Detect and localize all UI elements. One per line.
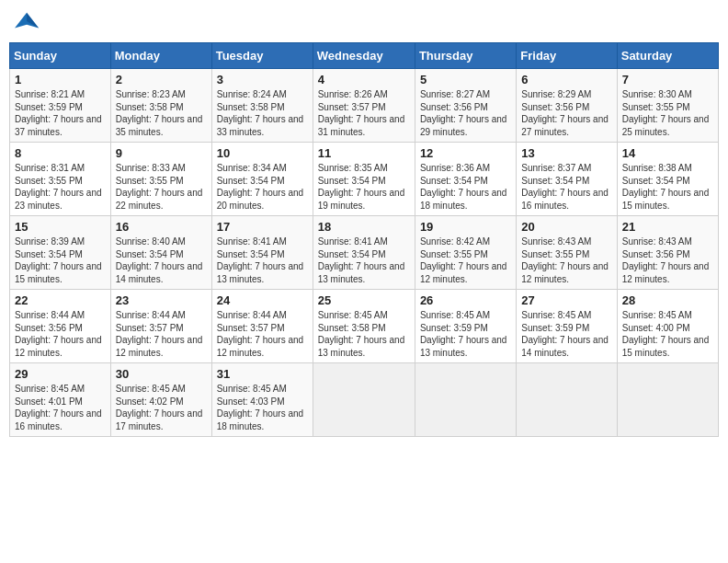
day-number: 24 <box>217 293 308 307</box>
day-info: Sunrise: 8:45 AM Sunset: 4:01 PM Dayligh… <box>15 383 106 432</box>
day-number: 1 <box>15 73 106 86</box>
calendar-cell: 4Sunrise: 8:26 AM Sunset: 3:57 PM Daylig… <box>313 69 415 143</box>
day-info: Sunrise: 8:44 AM Sunset: 3:56 PM Dayligh… <box>15 309 106 359</box>
day-number: 11 <box>318 146 410 160</box>
calendar-cell: 24Sunrise: 8:44 AM Sunset: 3:57 PM Dayli… <box>211 290 313 363</box>
day-number: 3 <box>217 73 308 86</box>
day-info: Sunrise: 8:41 AM Sunset: 3:54 PM Dayligh… <box>217 236 308 285</box>
calendar-cell: 17Sunrise: 8:41 AM Sunset: 3:54 PM Dayli… <box>211 216 313 290</box>
day-number: 23 <box>116 293 207 307</box>
calendar-week-row: 29Sunrise: 8:45 AM Sunset: 4:01 PM Dayli… <box>10 363 719 437</box>
day-info: Sunrise: 8:38 AM Sunset: 3:54 PM Dayligh… <box>622 162 713 212</box>
day-info: Sunrise: 8:24 AM Sunset: 3:58 PM Dayligh… <box>217 88 308 138</box>
calendar-cell: 19Sunrise: 8:42 AM Sunset: 3:55 PM Dayli… <box>415 216 516 290</box>
day-info: Sunrise: 8:45 AM Sunset: 3:59 PM Dayligh… <box>521 309 611 359</box>
day-number: 16 <box>116 220 207 234</box>
day-info: Sunrise: 8:31 AM Sunset: 3:55 PM Dayligh… <box>15 162 106 212</box>
calendar-cell: 30Sunrise: 8:45 AM Sunset: 4:02 PM Dayli… <box>110 363 211 437</box>
day-number: 22 <box>15 293 106 307</box>
column-header-tuesday: Tuesday <box>211 43 313 69</box>
column-header-saturday: Saturday <box>617 43 718 69</box>
day-number: 25 <box>318 293 410 307</box>
calendar-cell: 11Sunrise: 8:35 AM Sunset: 3:54 PM Dayli… <box>313 143 415 216</box>
calendar-week-row: 22Sunrise: 8:44 AM Sunset: 3:56 PM Dayli… <box>10 290 719 363</box>
day-number: 5 <box>420 73 511 86</box>
calendar-cell: 13Sunrise: 8:37 AM Sunset: 3:54 PM Dayli… <box>517 143 617 216</box>
day-number: 17 <box>217 220 308 234</box>
calendar-cell: 14Sunrise: 8:38 AM Sunset: 3:54 PM Dayli… <box>617 143 718 216</box>
day-info: Sunrise: 8:37 AM Sunset: 3:54 PM Dayligh… <box>521 162 611 212</box>
day-info: Sunrise: 8:26 AM Sunset: 3:57 PM Dayligh… <box>318 88 410 138</box>
calendar-cell <box>313 363 415 437</box>
day-info: Sunrise: 8:40 AM Sunset: 3:54 PM Dayligh… <box>116 236 207 285</box>
calendar-cell: 7Sunrise: 8:30 AM Sunset: 3:55 PM Daylig… <box>617 69 718 143</box>
day-number: 13 <box>521 146 611 160</box>
day-number: 14 <box>622 146 713 160</box>
day-info: Sunrise: 8:33 AM Sunset: 3:55 PM Dayligh… <box>116 162 207 212</box>
calendar-cell: 10Sunrise: 8:34 AM Sunset: 3:54 PM Dayli… <box>211 143 313 216</box>
column-header-thursday: Thursday <box>415 43 516 69</box>
day-number: 19 <box>420 220 511 234</box>
day-number: 15 <box>15 220 106 234</box>
day-info: Sunrise: 8:43 AM Sunset: 3:56 PM Dayligh… <box>622 236 713 285</box>
day-number: 30 <box>116 367 207 381</box>
day-info: Sunrise: 8:34 AM Sunset: 3:54 PM Dayligh… <box>217 162 308 212</box>
calendar-cell: 3Sunrise: 8:24 AM Sunset: 3:58 PM Daylig… <box>211 69 313 143</box>
day-info: Sunrise: 8:45 AM Sunset: 3:58 PM Dayligh… <box>318 309 410 359</box>
day-info: Sunrise: 8:36 AM Sunset: 3:54 PM Dayligh… <box>420 162 511 212</box>
day-info: Sunrise: 8:45 AM Sunset: 4:03 PM Dayligh… <box>217 383 308 432</box>
day-info: Sunrise: 8:29 AM Sunset: 3:56 PM Dayligh… <box>521 88 611 138</box>
calendar-table: SundayMondayTuesdayWednesdayThursdayFrid… <box>9 42 719 437</box>
calendar-cell: 26Sunrise: 8:45 AM Sunset: 3:59 PM Dayli… <box>415 290 516 363</box>
day-number: 28 <box>622 293 713 307</box>
day-info: Sunrise: 8:42 AM Sunset: 3:55 PM Dayligh… <box>420 236 511 285</box>
day-info: Sunrise: 8:43 AM Sunset: 3:55 PM Dayligh… <box>521 236 611 285</box>
day-number: 31 <box>217 367 308 381</box>
day-number: 10 <box>217 146 308 160</box>
day-info: Sunrise: 8:21 AM Sunset: 3:59 PM Dayligh… <box>15 88 106 138</box>
calendar-cell: 23Sunrise: 8:44 AM Sunset: 3:57 PM Dayli… <box>110 290 211 363</box>
page-header <box>9 9 719 35</box>
day-number: 4 <box>318 73 410 86</box>
day-info: Sunrise: 8:44 AM Sunset: 3:57 PM Dayligh… <box>116 309 207 359</box>
calendar-cell: 1Sunrise: 8:21 AM Sunset: 3:59 PM Daylig… <box>10 69 111 143</box>
day-number: 2 <box>116 73 207 86</box>
calendar-cell: 6Sunrise: 8:29 AM Sunset: 3:56 PM Daylig… <box>517 69 617 143</box>
calendar-cell: 5Sunrise: 8:27 AM Sunset: 3:56 PM Daylig… <box>415 69 516 143</box>
day-number: 20 <box>521 220 611 234</box>
calendar-cell: 20Sunrise: 8:43 AM Sunset: 3:55 PM Dayli… <box>517 216 617 290</box>
day-number: 18 <box>318 220 410 234</box>
day-number: 21 <box>622 220 713 234</box>
calendar-cell: 22Sunrise: 8:44 AM Sunset: 3:56 PM Dayli… <box>10 290 111 363</box>
day-info: Sunrise: 8:44 AM Sunset: 3:57 PM Dayligh… <box>217 309 308 359</box>
calendar-cell: 12Sunrise: 8:36 AM Sunset: 3:54 PM Dayli… <box>415 143 516 216</box>
day-number: 7 <box>622 73 713 86</box>
day-info: Sunrise: 8:27 AM Sunset: 3:56 PM Dayligh… <box>420 88 511 138</box>
column-header-wednesday: Wednesday <box>313 43 415 69</box>
day-info: Sunrise: 8:41 AM Sunset: 3:54 PM Dayligh… <box>318 236 410 285</box>
calendar-week-row: 15Sunrise: 8:39 AM Sunset: 3:54 PM Dayli… <box>10 216 719 290</box>
day-info: Sunrise: 8:45 AM Sunset: 4:00 PM Dayligh… <box>622 309 713 359</box>
day-info: Sunrise: 8:39 AM Sunset: 3:54 PM Dayligh… <box>15 236 106 285</box>
calendar-cell: 8Sunrise: 8:31 AM Sunset: 3:55 PM Daylig… <box>10 143 111 216</box>
day-number: 9 <box>116 146 207 160</box>
calendar-cell: 16Sunrise: 8:40 AM Sunset: 3:54 PM Dayli… <box>110 216 211 290</box>
logo <box>13 9 40 35</box>
calendar-cell <box>617 363 718 437</box>
day-info: Sunrise: 8:45 AM Sunset: 4:02 PM Dayligh… <box>116 383 207 432</box>
column-header-monday: Monday <box>110 43 211 69</box>
calendar-cell: 31Sunrise: 8:45 AM Sunset: 4:03 PM Dayli… <box>211 363 313 437</box>
calendar-cell: 27Sunrise: 8:45 AM Sunset: 3:59 PM Dayli… <box>517 290 617 363</box>
day-number: 27 <box>521 293 611 307</box>
day-info: Sunrise: 8:30 AM Sunset: 3:55 PM Dayligh… <box>622 88 713 138</box>
calendar-header-row: SundayMondayTuesdayWednesdayThursdayFrid… <box>10 43 719 69</box>
calendar-cell <box>517 363 617 437</box>
logo-icon <box>15 9 40 35</box>
calendar-week-row: 1Sunrise: 8:21 AM Sunset: 3:59 PM Daylig… <box>10 69 719 143</box>
day-info: Sunrise: 8:23 AM Sunset: 3:58 PM Dayligh… <box>116 88 207 138</box>
day-info: Sunrise: 8:35 AM Sunset: 3:54 PM Dayligh… <box>318 162 410 212</box>
day-info: Sunrise: 8:45 AM Sunset: 3:59 PM Dayligh… <box>420 309 511 359</box>
calendar-week-row: 8Sunrise: 8:31 AM Sunset: 3:55 PM Daylig… <box>10 143 719 216</box>
calendar-cell: 29Sunrise: 8:45 AM Sunset: 4:01 PM Dayli… <box>10 363 111 437</box>
calendar-cell: 18Sunrise: 8:41 AM Sunset: 3:54 PM Dayli… <box>313 216 415 290</box>
